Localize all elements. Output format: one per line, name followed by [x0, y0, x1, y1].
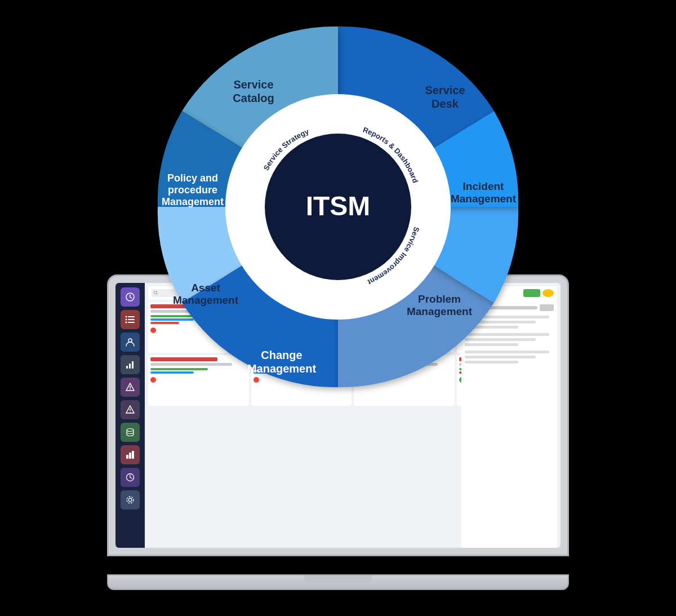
itsm-wheel: Service Strategy Reports & Dashboard Ser… — [146, 15, 530, 398]
sidebar-icon-incident[interactable] — [121, 378, 140, 397]
label-incident-2: Management — [451, 193, 517, 205]
svg-rect-18 — [126, 455, 128, 459]
label-service-desk: Service — [425, 84, 465, 96]
label-policy-2: procedure — [168, 184, 217, 196]
sidebar — [115, 283, 145, 548]
label-problem-2: Management — [407, 305, 473, 317]
label-policy: Policy and — [167, 172, 218, 184]
svg-rect-9 — [129, 364, 131, 369]
label-change: Change — [261, 349, 302, 361]
wheel-svg: Service Strategy Reports & Dashboard Ser… — [146, 15, 530, 398]
svg-point-5 — [126, 318, 127, 320]
rp-tag — [540, 304, 554, 311]
svg-point-13 — [130, 389, 131, 390]
svg-rect-3 — [128, 322, 135, 323]
label-service-catalog: Service — [233, 78, 273, 91]
label-service-catalog-2: Catalog — [233, 92, 274, 104]
svg-point-23 — [127, 497, 134, 503]
sidebar-icon-dashboard[interactable] — [121, 287, 140, 307]
svg-point-4 — [126, 316, 127, 317]
svg-point-6 — [126, 321, 127, 323]
svg-rect-1 — [128, 316, 135, 317]
label-change-2: Management — [247, 362, 317, 375]
itsm-label: ITSM — [306, 191, 371, 221]
sidebar-icon-analytics[interactable] — [121, 445, 140, 464]
sidebar-icon-reports[interactable] — [121, 468, 140, 487]
svg-point-16 — [130, 411, 131, 413]
label-incident: Incident — [463, 180, 505, 192]
svg-point-17 — [127, 428, 134, 431]
status-yellow — [542, 289, 554, 297]
label-service-desk-2: Desk — [432, 98, 459, 110]
label-policy-3: Management — [162, 196, 224, 207]
label-problem: Problem — [418, 293, 461, 305]
svg-rect-10 — [132, 361, 134, 369]
laptop-hinge — [304, 575, 372, 583]
svg-rect-2 — [128, 319, 135, 320]
laptop-base — [107, 574, 569, 590]
sidebar-icon-settings[interactable] — [121, 490, 140, 509]
svg-rect-19 — [129, 453, 131, 459]
sidebar-icon-warning[interactable] — [121, 400, 140, 419]
sidebar-icon-users[interactable] — [121, 333, 140, 352]
svg-rect-8 — [126, 366, 128, 369]
sidebar-icon-chart[interactable] — [121, 355, 140, 374]
label-asset: Asset — [191, 282, 220, 294]
sidebar-icon-database[interactable] — [121, 423, 140, 442]
label-asset-2: Management — [173, 294, 239, 306]
scene: 0 — [56, 26, 620, 590]
svg-point-7 — [128, 339, 132, 342]
svg-rect-20 — [132, 451, 134, 459]
svg-point-22 — [128, 498, 132, 502]
sidebar-icon-list[interactable] — [121, 310, 140, 329]
